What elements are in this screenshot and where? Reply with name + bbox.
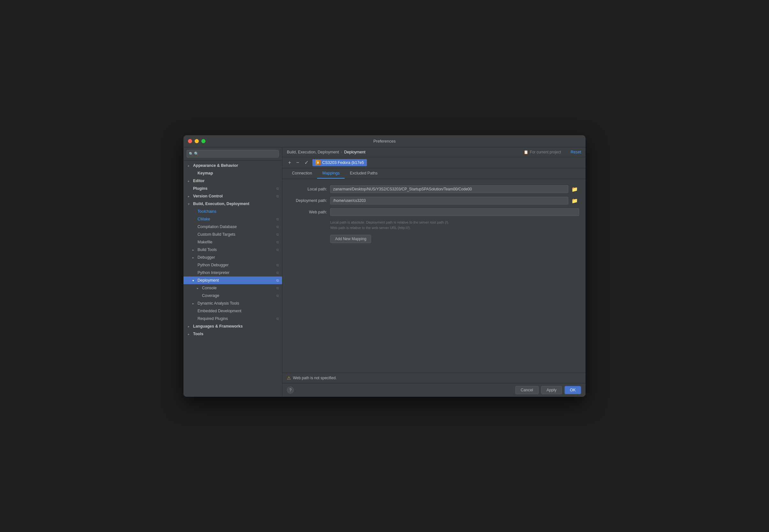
traffic-lights: [188, 139, 205, 143]
sidebar-item-custom-build[interactable]: Custom Build Targets ⧉: [183, 231, 282, 238]
chevron-icon: [197, 286, 201, 290]
local-path-row: Local path: 📁: [289, 185, 579, 193]
sidebar-item-compilation-db[interactable]: Compilation Database ⧉: [183, 223, 282, 231]
sidebar-item-appearance[interactable]: Appearance & Behavior: [183, 162, 282, 169]
deployment-path-folder-button[interactable]: 📁: [570, 197, 579, 204]
copy-icon: ⧉: [276, 317, 279, 321]
tab-connection[interactable]: Connection: [287, 168, 317, 179]
sidebar-item-required-plugins[interactable]: Required Plugins ⧉: [183, 315, 282, 322]
sidebar-item-version-control[interactable]: Version Control ⧉: [183, 192, 282, 200]
sidebar-item-label: Editor: [193, 179, 204, 183]
copy-icon: ⧉: [276, 187, 279, 191]
hint-text: Local path is absolute. Deployment path …: [289, 220, 579, 230]
sidebar-item-deployment[interactable]: Deployment ⧉: [183, 277, 282, 284]
sidebar-item-label: Makefile: [197, 240, 212, 244]
sidebar-item-languages[interactable]: Languages & Frameworks: [183, 322, 282, 330]
web-path-input[interactable]: [330, 208, 579, 216]
tab-excluded-paths[interactable]: Excluded Paths: [344, 168, 382, 179]
copy-icon: ⧉: [276, 271, 279, 275]
sidebar-item-label: Plugins: [193, 186, 207, 191]
sidebar-item-coverage[interactable]: Coverage ⧉: [183, 292, 282, 299]
chevron-icon: [188, 195, 192, 198]
sidebar-tree: Appearance & Behavior Keymap Editor Plug…: [183, 160, 282, 397]
web-path-input-wrapper: [330, 208, 579, 216]
sidebar-item-embedded-dev[interactable]: Embedded Development: [183, 307, 282, 315]
sidebar-item-plugins[interactable]: Plugins ⧉: [183, 185, 282, 192]
copy-icon: ⧉: [276, 294, 279, 298]
add-mapping-button[interactable]: Add New Mapping: [330, 235, 371, 243]
footer-warning: ⚠ Web path is not specified.: [282, 373, 586, 383]
remove-server-button[interactable]: −: [295, 159, 300, 166]
copy-icon: ⧉: [276, 217, 279, 221]
local-path-input[interactable]: [330, 185, 568, 193]
sidebar-item-label: Coverage: [202, 293, 219, 298]
copy-icon: ⧉: [276, 248, 279, 252]
sidebar-item-python-debugger[interactable]: Python Debugger ⧉: [183, 261, 282, 269]
maximize-button[interactable]: [201, 139, 205, 143]
search-input[interactable]: [187, 150, 279, 158]
local-path-label: Local path:: [289, 187, 330, 191]
sidebar-item-label: Debugger: [197, 255, 215, 260]
ok-button[interactable]: OK: [565, 386, 581, 394]
chevron-icon: [188, 202, 192, 206]
breadcrumb-separator: ›: [341, 150, 342, 154]
chevron-icon: [192, 256, 197, 259]
sidebar-item-label: Python Interpreter: [197, 270, 229, 275]
apply-button[interactable]: Apply: [541, 386, 562, 394]
minimize-button[interactable]: [195, 139, 199, 143]
sidebar-item-console[interactable]: Console ⧉: [183, 284, 282, 292]
search-bar: 🔍: [183, 147, 282, 160]
sidebar-item-build-tools[interactable]: Build Tools ⧉: [183, 246, 282, 254]
add-server-button[interactable]: +: [287, 159, 292, 166]
server-icon: 🖥: [315, 160, 321, 165]
breadcrumb-parent: Build, Execution, Deployment: [287, 150, 339, 154]
confirm-button[interactable]: ✓: [303, 159, 310, 166]
titlebar: Preferences: [183, 135, 586, 147]
reset-button[interactable]: Reset: [571, 150, 581, 154]
cancel-button[interactable]: Cancel: [515, 386, 539, 394]
chevron-icon: [188, 332, 192, 336]
web-path-row: Web path:: [289, 208, 579, 216]
copy-icon: ⧉: [276, 263, 279, 267]
copy-icon: ⧉: [276, 240, 279, 244]
sidebar-item-label: Python Debugger: [197, 263, 228, 267]
search-icon: 🔍: [189, 152, 193, 156]
local-path-input-wrapper: 📁: [330, 185, 579, 193]
sidebar-item-tools[interactable]: Tools: [183, 330, 282, 338]
local-path-folder-button[interactable]: 📁: [570, 186, 579, 193]
for-current-project: 📋 For current project: [524, 150, 561, 154]
sidebar-item-python-interpreter[interactable]: Python Interpreter ⧉: [183, 269, 282, 277]
sidebar-item-cmake[interactable]: CMake ⧉: [183, 215, 282, 223]
sidebar-item-label: Keymap: [197, 171, 213, 175]
copy-icon: ⧉: [276, 194, 279, 198]
sidebar-item-keymap[interactable]: Keymap: [183, 169, 282, 177]
help-button[interactable]: ?: [287, 387, 294, 394]
search-wrapper: 🔍: [187, 150, 279, 158]
close-button[interactable]: [188, 139, 192, 143]
chevron-icon: [192, 302, 197, 305]
server-item[interactable]: 🖥 CS3203 Fedora (b17e5: [312, 159, 367, 166]
window-title: Preferences: [373, 139, 396, 144]
sidebar-item-label: Required Plugins: [197, 316, 228, 321]
chevron-icon: [192, 248, 197, 252]
sidebar-item-build-exec-deploy[interactable]: Build, Execution, Deployment: [183, 200, 282, 208]
tab-mappings[interactable]: Mappings: [317, 168, 344, 179]
sidebar-item-toolchains[interactable]: Toolchains: [183, 208, 282, 215]
deployment-path-label: Deployment path:: [289, 198, 330, 203]
sidebar-item-debugger[interactable]: Debugger: [183, 254, 282, 261]
hint-line2: Web path is relative to the web server U…: [330, 226, 411, 230]
sidebar-item-label: Deployment: [197, 278, 219, 283]
sidebar-item-label: Custom Build Targets: [197, 232, 235, 237]
chevron-icon: [188, 179, 192, 183]
form-area: Local path: 📁 Deployment path: 📁: [282, 179, 586, 373]
sidebar-item-label: Appearance & Behavior: [193, 163, 238, 168]
sidebar-item-label: Build, Execution, Deployment: [193, 202, 249, 206]
chevron-icon: [188, 325, 192, 328]
copy-icon: ⧉: [276, 233, 279, 237]
sidebar-item-dynamic-analysis[interactable]: Dynamic Analysis Tools: [183, 299, 282, 307]
sidebar-item-editor[interactable]: Editor: [183, 177, 282, 185]
deployment-path-input[interactable]: [330, 197, 568, 204]
sidebar-item-makefile[interactable]: Makefile ⧉: [183, 238, 282, 246]
tabs-bar: Connection Mappings Excluded Paths: [282, 168, 586, 179]
project-icon: 📋: [524, 150, 529, 154]
